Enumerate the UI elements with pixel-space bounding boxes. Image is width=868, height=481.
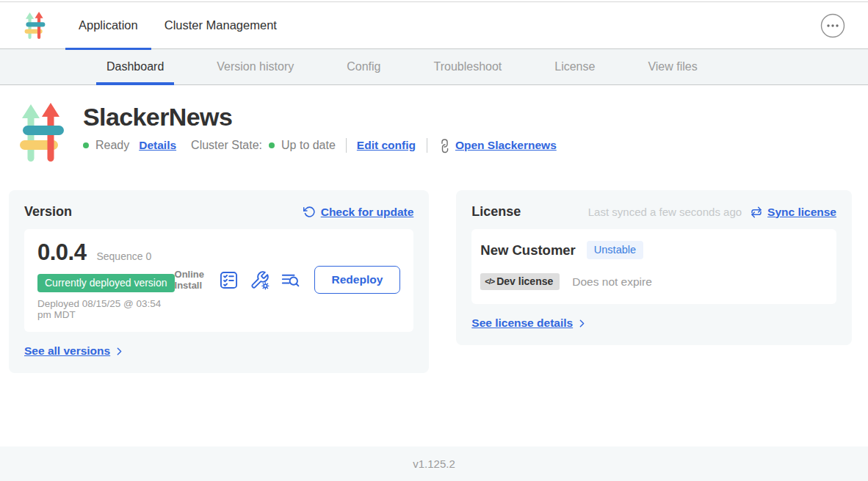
tab-application-label: Application bbox=[79, 18, 138, 32]
main-header: Application Cluster Management bbox=[0, 2, 868, 49]
subnav-license-label: License bbox=[554, 60, 595, 73]
console-version: v1.125.2 bbox=[413, 458, 455, 470]
app-status-dot bbox=[83, 142, 89, 148]
tab-cluster-management[interactable]: Cluster Management bbox=[151, 2, 290, 49]
app-subnav: Dashboard Version history Config Trouble… bbox=[0, 49, 868, 85]
license-card: License Last synced a few seconds ago Sy… bbox=[456, 190, 852, 345]
app-status-row: Ready Details Cluster State: Up to date … bbox=[83, 138, 557, 153]
version-actions: Online Install bbox=[175, 266, 401, 294]
ellipsis-icon bbox=[820, 13, 845, 38]
chevron-right-icon bbox=[577, 318, 587, 329]
see-license-details-link[interactable]: See license details bbox=[471, 317, 573, 330]
see-all-versions-link[interactable]: See all versions bbox=[24, 344, 110, 358]
code-icon: </> bbox=[485, 277, 494, 286]
deployed-timestamp: Deployed 08/15/25 @ 03:54 pm MDT bbox=[37, 299, 175, 320]
page-title: SlackerNews bbox=[83, 104, 557, 131]
sync-license[interactable]: Sync license bbox=[751, 206, 836, 219]
subnav-version-history-label: Version history bbox=[217, 60, 294, 73]
app-status-text: Ready bbox=[95, 139, 129, 152]
app-logo-large-icon bbox=[20, 103, 64, 163]
expiration-text: Does not expire bbox=[572, 275, 652, 289]
app-logo-icon bbox=[24, 12, 46, 40]
hero-text: SlackerNews Ready Details Cluster State:… bbox=[83, 103, 557, 163]
chevron-right-icon bbox=[115, 346, 124, 357]
subnav-view-files-label: View files bbox=[648, 60, 697, 73]
check-for-update[interactable]: Check for update bbox=[303, 206, 414, 219]
status-divider-2 bbox=[427, 138, 427, 153]
external-link-icon bbox=[435, 137, 453, 154]
version-card: Version Check for update 0.0.4 Sequence … bbox=[9, 190, 429, 373]
license-detail-card: New Customer Unstable </> Dev license Do… bbox=[471, 229, 836, 304]
subnav-tab-view-files[interactable]: View files bbox=[637, 49, 707, 84]
subnav-tab-dashboard[interactable]: Dashboard bbox=[96, 49, 174, 84]
status-divider bbox=[346, 138, 347, 153]
customer-name: New Customer bbox=[480, 242, 576, 258]
edit-config-link[interactable]: Edit config bbox=[357, 139, 416, 152]
dashboard-cards: Version Check for update 0.0.4 Sequence … bbox=[9, 190, 852, 373]
tab-cluster-management-label: Cluster Management bbox=[164, 18, 277, 32]
channel-badge: Unstable bbox=[587, 241, 643, 259]
subnav-troubleshoot-label: Troubleshoot bbox=[433, 60, 502, 73]
cluster-state-text: Up to date bbox=[281, 139, 336, 152]
subnav-dashboard-label: Dashboard bbox=[106, 60, 164, 73]
open-app-link[interactable]: Open Slackernews bbox=[455, 139, 557, 152]
details-link[interactable]: Details bbox=[139, 139, 176, 152]
edit-config-icon[interactable] bbox=[250, 270, 270, 290]
version-line: 0.0.4 Sequence 0 bbox=[37, 239, 175, 266]
page-content: SlackerNews Ready Details Cluster State:… bbox=[0, 85, 868, 446]
app-footer: v1.125.2 bbox=[0, 446, 868, 481]
version-sequence: Sequence 0 bbox=[96, 250, 151, 262]
license-type-label: Dev license bbox=[496, 275, 553, 287]
subnav-config-label: Config bbox=[347, 60, 380, 73]
license-type-row: </> Dev license Does not expire bbox=[480, 273, 828, 290]
license-card-title: License bbox=[471, 204, 521, 220]
sync-license-link[interactable]: Sync license bbox=[767, 206, 836, 219]
version-info: 0.0.4 Sequence 0 Currently deployed vers… bbox=[37, 239, 175, 320]
version-card-header: Version Check for update bbox=[24, 204, 413, 220]
subnav-tab-config[interactable]: Config bbox=[336, 49, 391, 84]
sync-icon bbox=[751, 206, 762, 218]
refresh-icon bbox=[303, 206, 316, 218]
subnav-tab-license[interactable]: License bbox=[544, 49, 605, 84]
current-version-card: 0.0.4 Sequence 0 Currently deployed vers… bbox=[24, 229, 413, 332]
check-for-update-link[interactable]: Check for update bbox=[321, 206, 414, 219]
subnav-tab-troubleshoot[interactable]: Troubleshoot bbox=[423, 49, 512, 84]
preflight-checks-icon[interactable] bbox=[219, 270, 239, 290]
app-hero: SlackerNews Ready Details Cluster State:… bbox=[0, 85, 868, 163]
version-card-title: Version bbox=[24, 204, 72, 220]
license-card-header: License Last synced a few seconds ago Sy… bbox=[471, 204, 836, 220]
ellipsis-menu-button[interactable] bbox=[820, 13, 845, 38]
gear-accent bbox=[262, 283, 269, 289]
subnav-tab-version-history[interactable]: Version history bbox=[206, 49, 304, 84]
version-number: 0.0.4 bbox=[37, 239, 86, 266]
tab-application[interactable]: Application bbox=[65, 2, 151, 49]
see-license-details-row: See license details bbox=[471, 317, 836, 330]
customer-row: New Customer Unstable bbox=[480, 241, 828, 259]
see-all-versions-row: See all versions bbox=[24, 344, 413, 358]
redeploy-button[interactable]: Redeploy bbox=[314, 266, 401, 294]
license-type-badge: </> Dev license bbox=[480, 273, 560, 290]
last-synced-text: Last synced a few seconds ago bbox=[588, 206, 742, 218]
cluster-status-dot bbox=[269, 142, 275, 148]
install-type-label: Online Install bbox=[175, 269, 208, 292]
view-diff-icon[interactable] bbox=[281, 270, 300, 290]
deployed-badge: Currently deployed version bbox=[37, 274, 175, 292]
cluster-state-label: Cluster State: bbox=[191, 139, 262, 152]
